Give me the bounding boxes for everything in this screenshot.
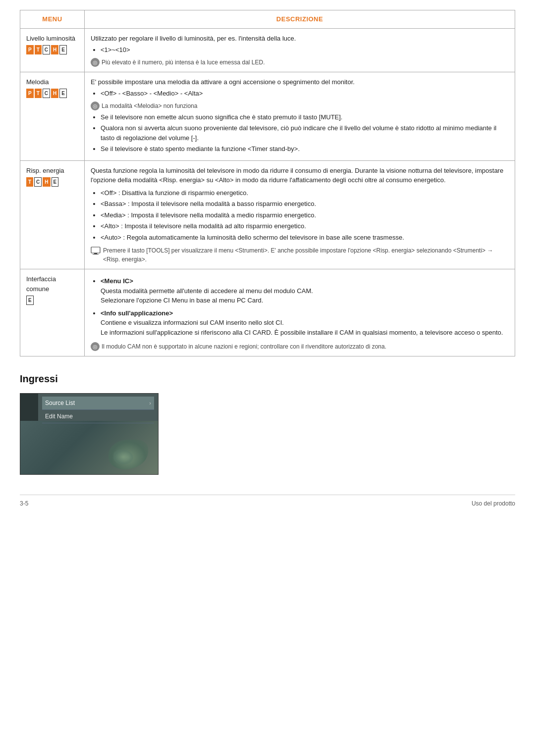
edit-name-label: Edit Name: [45, 412, 73, 421]
note-text: Più elevato è il numero, più intensa è l…: [102, 58, 265, 67]
note-icon: ◎: [91, 58, 100, 67]
ingressi-section: Ingressi Input 1: [20, 371, 515, 475]
list-item: <Bassa> : Imposta il televisore nella mo…: [101, 199, 509, 209]
badge-row: P T C H E: [26, 89, 78, 98]
tools-note-text: Premere il tasto [TOOLS] per visualizzar…: [103, 246, 509, 264]
badge-H: H: [51, 45, 58, 54]
desc-intro: E' possibile impostare una melodia da at…: [91, 77, 509, 87]
list-item: <Menu IC> Questa modalità permette all'u…: [101, 276, 509, 305]
footer-page-number: 3-5: [20, 499, 28, 508]
table-row: Interfaccia comune E <Menu IC> Questa mo…: [20, 269, 515, 356]
desc-intro: Utilizzato per regolare il livello di lu…: [91, 34, 509, 44]
list-item: Se il televisore è stato spento mediante…: [101, 144, 509, 154]
badge-row: E: [26, 296, 78, 305]
footer-section-label: Uso del prodotto: [472, 499, 515, 508]
note-text: La modalità <Melodia> non funziona: [102, 101, 197, 110]
table-row: Melodia P T C H E E' possibile impostare…: [20, 72, 515, 160]
main-content-table: MENU DESCRIZIONE Livello luminosità P T …: [20, 10, 515, 356]
note-text: Il modulo CAM non è supportato in alcune…: [102, 342, 386, 351]
tools-icon: [91, 247, 101, 254]
col-menu-header: MENU: [20, 10, 85, 29]
svg-rect-1: [94, 253, 97, 254]
section-heading: Ingressi: [20, 371, 515, 386]
desc-line: Le informazioni sull'applicazione si rif…: [101, 329, 503, 336]
note-icon: ◎: [91, 101, 100, 110]
menu-item-label: Melodia: [26, 77, 78, 87]
note-icon: ◎: [91, 342, 100, 351]
list-item: Qualora non si avverta alcun suono prove…: [101, 123, 509, 143]
badge-H: H: [43, 177, 50, 187]
list-item: <Auto> : Regola automaticamente la lumin…: [101, 233, 509, 243]
list-item: <Alto> : Imposta il televisore nella mod…: [101, 221, 509, 231]
menu-item-label: Livello luminosità: [26, 34, 78, 44]
edit-name-item[interactable]: Edit Name: [42, 410, 154, 423]
menu-item-label: Interfaccia comune: [26, 274, 78, 294]
note-row: ◎ La modalità <Melodia> non funziona: [91, 101, 509, 110]
ingressi-screenshot: Input 1 ?: [20, 393, 159, 475]
menu-item-label: Risp. energia: [26, 166, 78, 176]
desc-list: <1>~<10>: [101, 45, 509, 55]
ingressi-menu: Source List › Edit Name: [38, 394, 158, 473]
badge-T: T: [26, 177, 33, 187]
svg-rect-2: [93, 254, 99, 254]
badge-C: C: [43, 89, 50, 98]
source-list-label: Source List: [45, 399, 75, 407]
list-item: Se il televisore non emette alcun suono …: [101, 112, 509, 122]
note-row: ◎ Il modulo CAM non è supportato in alcu…: [91, 342, 509, 351]
desc-intro: Questa funzione regola la luminosità del…: [91, 166, 509, 185]
table-row: Livello luminosità P T C H E Utilizzato …: [20, 28, 515, 72]
col-desc-header: DESCRIZIONE: [85, 10, 515, 29]
badge-row: T C H E: [26, 177, 78, 187]
list-item: <Off> - <Basso> - <Medio> - <Alta>: [101, 89, 509, 99]
badge-T: T: [35, 45, 42, 54]
sub-list: Se il televisore non emette alcun suono …: [101, 112, 509, 154]
badge-E: E: [52, 177, 59, 187]
desc-list: <Off> - <Basso> - <Medio> - <Alta>: [101, 89, 509, 99]
list-item: <Media> : Imposta il televisore nella mo…: [101, 210, 509, 220]
list-item: <1>~<10>: [101, 45, 509, 55]
badge-P: P: [26, 89, 34, 98]
desc-line: Selezionare l'opzione CI Menu in base al…: [101, 297, 263, 304]
tools-note: Premere il tasto [TOOLS] per visualizzar…: [91, 246, 509, 264]
page-footer: 3-5 Uso del prodotto: [20, 495, 515, 508]
desc-list: <Menu IC> Questa modalità permette all'u…: [101, 276, 509, 337]
badge-E: E: [59, 45, 67, 54]
svg-rect-0: [91, 247, 100, 253]
source-list-item[interactable]: Source List ›: [42, 397, 154, 410]
note-row: ◎ Più elevato è il numero, più intensa è…: [91, 58, 509, 67]
list-item: <Off> : Disattiva la funzione di risparm…: [101, 188, 509, 198]
table-row: Risp. energia T C H E Questa funzione re…: [20, 160, 515, 269]
badge-T: T: [35, 89, 42, 98]
badge-H: H: [51, 89, 58, 98]
list-item: <Info sull'applicazione> Contiene e visu…: [101, 308, 509, 338]
desc-list: <Off> : Disattiva la funzione di risparm…: [101, 188, 509, 243]
menu-overlay: Source List › Edit Name: [42, 397, 154, 423]
badge-row: P T C H E: [26, 45, 78, 54]
source-list-arrow: ›: [149, 399, 151, 407]
badge-E: E: [26, 296, 34, 305]
badge-C: C: [34, 177, 42, 187]
desc-line: Questa modalità permette all'utente di a…: [101, 287, 313, 295]
badge-C: C: [43, 45, 50, 54]
badge-E: E: [59, 89, 67, 98]
desc-line: Contiene e visualizza informazioni sul C…: [101, 319, 284, 326]
badge-P: P: [26, 45, 34, 54]
